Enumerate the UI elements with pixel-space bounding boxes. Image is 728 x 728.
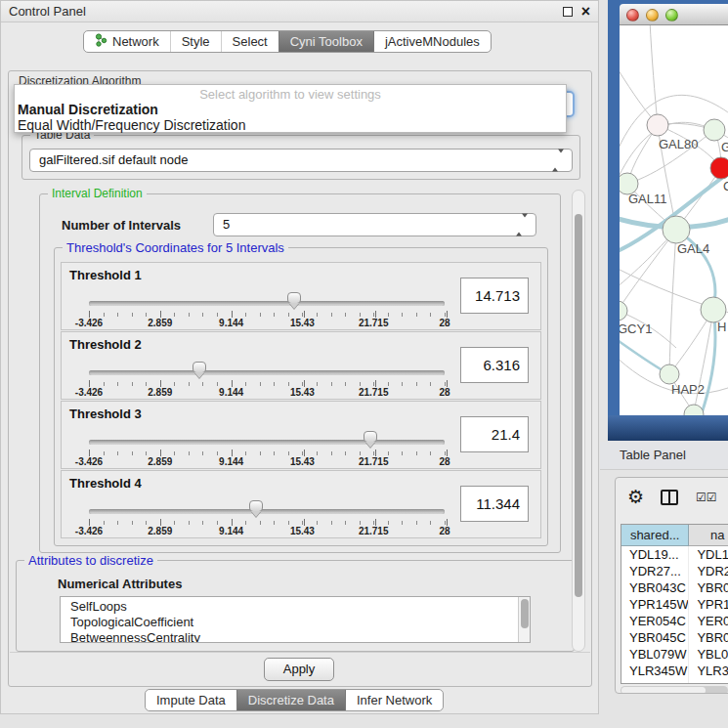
discretization-panel: Discretization Algorithm Select algorith… [8,70,592,687]
tab-style[interactable]: Style [170,31,221,52]
tab-jactivemnodules[interactable]: jActiveMNodules [373,31,491,52]
slider-tick-label: 28 [439,318,450,328]
attributes-list-scrollbar[interactable] [518,597,530,642]
threshold-slider-thumb[interactable] [193,362,206,373]
attribute-list-item[interactable]: SelfLoops [70,599,530,615]
threshold-value-input[interactable]: 21.4 [460,416,529,452]
table-data-group: Table Data galFiltered.sif default node [21,135,580,180]
attribute-list-item[interactable]: TopologicalCoefficient [70,615,530,630]
bottom-tab-infer-network[interactable]: Infer Network [345,690,443,710]
table-column-header[interactable]: shared... [621,525,689,546]
slider-tick-label: 9.144 [219,318,243,328]
table-cell: YPR145W [689,596,728,613]
tab-select[interactable]: Select [221,31,278,52]
table-row[interactable]: YPR145WYPR145W [621,596,728,613]
scrollbar-thumb[interactable] [575,214,582,597]
network-node-label: GAL4 [677,241,709,256]
threshold-slider-thumb[interactable] [249,500,263,512]
threshold-value-input[interactable]: 11.344 [460,486,529,522]
slider-major-tick [232,311,233,318]
slider-major-tick [304,380,305,387]
columns-icon[interactable] [661,490,678,505]
network-window-titlebar[interactable] [620,4,728,25]
network-node-8[interactable] [684,405,704,415]
slider-tick-label: 9.144 [219,387,243,398]
slider-tick-label: 21.715 [359,387,389,398]
slider-major-tick [447,519,448,526]
threshold-slider-track[interactable] [89,440,445,445]
network-node-gal[interactable] [704,119,725,141]
table-column-header[interactable]: na [689,525,728,546]
bottom-tab-impute-data[interactable]: Impute Data [146,690,236,710]
threshold-slider-thumb[interactable] [287,292,301,304]
gear-icon[interactable]: ⚙ [627,486,644,507]
tab-select-label: Select [233,34,268,49]
tab-cyni-toolbox-label: Cyni Toolbox [290,34,363,49]
slider-tick-label: 15.43 [290,318,315,328]
window-zoom-button[interactable] [665,9,678,21]
network-edge [650,25,658,125]
thresholds-group-label: Threshold's Coordinates for 5 Intervals [63,240,288,255]
slider-tick-label: 2.859 [148,526,172,536]
table-data-combo[interactable]: galFiltered.sif default node [29,149,573,172]
threshold-slider-track[interactable] [89,509,445,514]
threshold-value-input[interactable]: 14.713 [460,278,529,314]
float-window-icon[interactable] [563,7,573,17]
tab-network[interactable]: Network [84,31,170,52]
select-columns-checkboxes-icon[interactable]: ☑☑ [696,491,717,504]
network-canvas[interactable]: GAL80GALCGAL11GAL4GCY1HHAP2 [620,25,728,415]
table-row[interactable]: YIL052CYIL052C [621,679,728,684]
apply-button[interactable]: Apply [264,658,334,681]
network-node-gal4[interactable] [663,216,690,243]
algorithm-placeholder-option[interactable]: Select algorithm to view settings [15,85,566,102]
network-node-label: HAP2 [671,382,705,397]
algorithm-option-manual[interactable]: Manual Discretization [15,102,566,117]
scrollbar-thumb[interactable] [621,687,706,694]
slider-major-tick [160,450,161,456]
threshold-label: Threshold 4 [69,476,142,491]
top-tab-bar: NetworkStyleSelectCyni ToolboxjActiveMNo… [83,30,492,53]
table-row[interactable]: YDL19...YDL19... [621,546,728,563]
table-row[interactable]: YBR045CYBR045C [621,629,728,646]
threshold-slider-track[interactable] [89,301,445,306]
attribute-list-item[interactable]: BetweennessCentrality [70,630,530,643]
settings-vertical-scrollbar[interactable] [572,190,585,652]
combo-stepper-icon [552,153,564,168]
slider-tick-label: 28 [439,387,450,398]
network-window-frame [608,415,728,441]
table-cell: YBL079W [689,646,728,663]
slider-major-tick [375,311,376,318]
threshold-value-input[interactable]: 6.316 [460,347,529,383]
algorithm-option-equal-width[interactable]: Equal Width/Frequency Discretization [15,117,566,133]
interval-definition-group: Interval Definition Number of Intervals … [39,193,561,553]
table-row[interactable]: YBL079WYBL079W [621,646,728,663]
threshold-block-4: Threshold 4-3.4262.8599.14415.4321.71528… [61,470,541,538]
slider-major-tick [89,380,90,387]
number-of-intervals-combo[interactable]: 5 [213,213,536,236]
table-cell: YBR045C [621,629,689,646]
table-row[interactable]: YDR27...YDR27... [621,563,728,579]
slider-major-tick [232,519,233,526]
page-title: Control Panel [9,1,86,21]
network-node-hap2[interactable] [660,364,679,384]
slider-major-tick [89,311,90,318]
window-close-button[interactable] [626,9,639,21]
slider-tick-label: 15.43 [290,387,315,398]
table-row[interactable]: YBR043CYBR043C [621,579,728,596]
bottom-tab-discretize-data[interactable]: Discretize Data [236,690,345,710]
threshold-slider-track[interactable] [89,370,445,375]
network-node-c[interactable] [710,157,728,179]
window-minimize-button[interactable] [646,9,659,21]
network-node-gcy1[interactable] [620,301,627,321]
table-row[interactable]: YLR345WYLR345W [621,663,728,679]
close-icon[interactable]: × [581,1,590,21]
table-row[interactable]: YER054CYER054C [621,613,728,629]
tab-cyni-toolbox[interactable]: Cyni Toolbox [278,31,373,52]
table-horizontal-scrollbar[interactable] [621,686,728,694]
network-node-gal80[interactable] [647,114,668,136]
threshold-slider-thumb[interactable] [364,431,377,443]
threshold-block-2: Threshold 2-3.4262.8599.14415.4321.71528… [61,331,541,400]
slider-tick-label: 15.43 [290,456,315,467]
threshold-block-1: Threshold 1-3.4262.8599.14415.4321.71528… [61,262,541,330]
number-of-intervals-label: Number of Intervals [62,218,181,233]
